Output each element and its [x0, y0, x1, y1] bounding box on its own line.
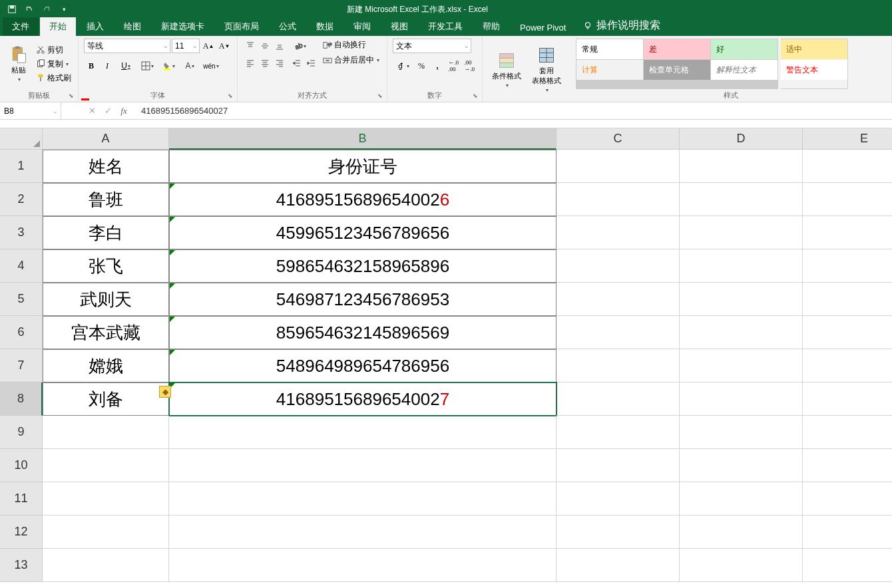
- row-header-10[interactable]: 10: [0, 449, 43, 482]
- tab-formulas[interactable]: 公式: [270, 17, 306, 36]
- decrease-decimal-button[interactable]: .00→.0: [462, 59, 477, 73]
- cell-e4[interactable]: [803, 249, 892, 283]
- font-size-combo[interactable]: 11⌵: [172, 39, 200, 53]
- font-color-button[interactable]: A▾: [180, 59, 200, 73]
- borders-button[interactable]: ▾: [137, 59, 157, 73]
- cell-e13[interactable]: [803, 549, 892, 582]
- decrease-font-button[interactable]: A▼: [217, 39, 232, 53]
- cell-c3[interactable]: [557, 216, 680, 249]
- cell-d2[interactable]: [680, 183, 803, 216]
- style-check[interactable]: 检查单元格: [644, 60, 710, 80]
- qat-customize-icon[interactable]: ▾: [56, 2, 72, 17]
- select-all-corner[interactable]: [0, 128, 43, 150]
- italic-button[interactable]: I: [100, 59, 114, 73]
- undo-icon[interactable]: [21, 2, 37, 17]
- align-top-button[interactable]: [243, 39, 258, 53]
- row-header-5[interactable]: 5: [0, 283, 43, 316]
- paste-button[interactable]: 粘贴 ▾: [5, 39, 32, 89]
- merge-center-button[interactable]: 合并后居中▾: [322, 54, 381, 67]
- cell-a10[interactable]: [43, 449, 169, 482]
- orientation-button[interactable]: ab▾: [290, 39, 310, 53]
- align-right-button[interactable]: [272, 56, 287, 71]
- tab-layout[interactable]: 页面布局: [215, 17, 268, 36]
- row-header-11[interactable]: 11: [0, 482, 43, 515]
- align-left-button[interactable]: [243, 56, 258, 71]
- align-bottom-button[interactable]: [272, 39, 287, 53]
- cell-e1[interactable]: [803, 150, 892, 183]
- cell-d5[interactable]: [680, 283, 803, 316]
- cell-d8[interactable]: [680, 382, 803, 416]
- col-header-e[interactable]: E: [803, 128, 892, 150]
- cell-a6[interactable]: 宫本武藏: [43, 316, 169, 349]
- cell-a8[interactable]: 刘备 ◆: [43, 382, 169, 416]
- cell-c9[interactable]: [557, 416, 680, 449]
- tab-dev[interactable]: 开发工具: [419, 17, 472, 36]
- error-indicator-icon[interactable]: ◆: [159, 386, 171, 398]
- cell-b7[interactable]: 548964989654786956: [169, 349, 557, 382]
- cell-d1[interactable]: [680, 150, 803, 183]
- style-warn[interactable]: 警告文本: [781, 60, 847, 80]
- cell-c4[interactable]: [557, 249, 680, 283]
- cell-d9[interactable]: [680, 416, 803, 449]
- cell-c6[interactable]: [557, 316, 680, 349]
- row-header-4[interactable]: 4: [0, 249, 43, 283]
- cell-b5[interactable]: 546987123456786953: [169, 283, 557, 316]
- number-format-combo[interactable]: 文本⌵: [393, 39, 471, 53]
- formula-input[interactable]: 416895156896540027: [134, 106, 892, 116]
- cell-a1[interactable]: 姓名: [43, 150, 169, 183]
- cell-b12[interactable]: [169, 515, 557, 549]
- tab-file[interactable]: 文件: [3, 17, 39, 36]
- bold-button[interactable]: B: [84, 59, 99, 73]
- style-neutral[interactable]: 适中: [781, 39, 847, 59]
- cell-c1[interactable]: [557, 150, 680, 183]
- align-center-button[interactable]: [258, 56, 272, 71]
- tab-insert[interactable]: 插入: [77, 17, 113, 36]
- col-header-b[interactable]: B: [169, 128, 557, 150]
- cell-b3[interactable]: 459965123456789656: [169, 216, 557, 249]
- row-header-8[interactable]: 8: [0, 382, 43, 416]
- font-launcher[interactable]: ⬊: [228, 92, 236, 100]
- cell-c11[interactable]: [557, 482, 680, 515]
- tab-data[interactable]: 数据: [307, 17, 343, 36]
- cell-b8[interactable]: 416895156896540027: [169, 382, 557, 416]
- tab-draw[interactable]: 绘图: [114, 17, 150, 36]
- save-icon[interactable]: [4, 2, 20, 17]
- cell-b1[interactable]: 身份证号: [169, 150, 557, 183]
- cell-a4[interactable]: 张飞: [43, 249, 169, 283]
- style-calc[interactable]: 计算: [576, 60, 643, 80]
- cell-c8[interactable]: [557, 382, 680, 416]
- cancel-icon[interactable]: ✕: [84, 104, 100, 118]
- style-explain[interactable]: 解释性文本: [711, 60, 778, 80]
- enter-icon[interactable]: ✓: [100, 104, 116, 118]
- row-header-7[interactable]: 7: [0, 349, 43, 382]
- conditional-format-button[interactable]: 条件格式▾: [488, 39, 525, 100]
- cell-d4[interactable]: [680, 249, 803, 283]
- decrease-indent-button[interactable]: [290, 56, 304, 71]
- increase-indent-button[interactable]: [304, 56, 319, 71]
- cell-b2[interactable]: 416895156896540026: [169, 183, 557, 216]
- row-header-13[interactable]: 13: [0, 549, 43, 582]
- col-header-c[interactable]: C: [557, 128, 680, 150]
- cell-b4[interactable]: 598654632158965896: [169, 249, 557, 283]
- row-header-9[interactable]: 9: [0, 416, 43, 449]
- cell-e9[interactable]: [803, 416, 892, 449]
- cell-d7[interactable]: [680, 349, 803, 382]
- cell-b11[interactable]: [169, 482, 557, 515]
- wrap-text-button[interactable]: ab 自动换行: [322, 39, 381, 51]
- cell-c12[interactable]: [557, 515, 680, 549]
- cell-e6[interactable]: [803, 316, 892, 349]
- cell-a3[interactable]: 李白: [43, 216, 169, 249]
- increase-decimal-button[interactable]: ←.0.00: [446, 59, 461, 73]
- clipboard-launcher[interactable]: ⬊: [69, 92, 77, 100]
- cell-d6[interactable]: [680, 316, 803, 349]
- cell-a5[interactable]: 武则天: [43, 283, 169, 316]
- cut-button[interactable]: 剪切: [35, 44, 73, 57]
- cell-e10[interactable]: [803, 449, 892, 482]
- style-good[interactable]: 好: [711, 39, 778, 59]
- align-middle-button[interactable]: [258, 39, 272, 53]
- underline-button[interactable]: U▾: [116, 59, 136, 73]
- alignment-launcher[interactable]: ⬊: [377, 92, 385, 100]
- cell-e5[interactable]: [803, 283, 892, 316]
- fill-color-button[interactable]: ▾: [158, 59, 178, 73]
- cell-a2[interactable]: 鲁班: [43, 183, 169, 216]
